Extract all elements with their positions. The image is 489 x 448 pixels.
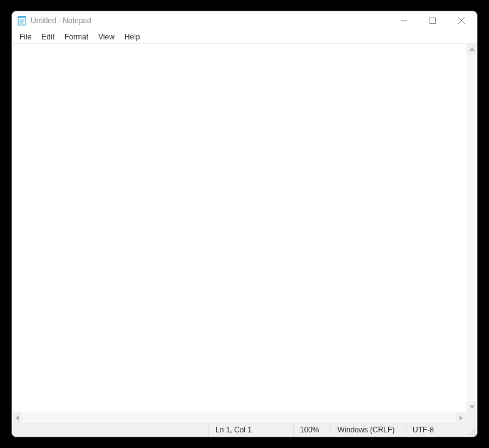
svg-point-4: [21, 17, 22, 18]
svg-point-5: [23, 17, 23, 18]
svg-point-6: [24, 17, 24, 18]
scroll-left-button[interactable]: [12, 412, 23, 423]
vertical-scroll-track[interactable]: [466, 54, 477, 402]
svg-point-18: [474, 434, 475, 435]
arrow-up-icon: [470, 48, 475, 51]
arrow-left-icon: [16, 415, 19, 420]
svg-rect-12: [430, 18, 436, 24]
menu-edit[interactable]: Edit: [36, 31, 59, 43]
resize-grip[interactable]: [466, 423, 477, 437]
menu-help[interactable]: Help: [120, 31, 145, 43]
svg-rect-0: [18, 18, 26, 25]
notepad-window: Untitled - Notepad File Edit Format View…: [11, 11, 478, 437]
scroll-down-button[interactable]: [466, 402, 477, 412]
scroll-up-button[interactable]: [466, 44, 477, 54]
menubar: File Edit Format View Help: [12, 30, 477, 44]
vertical-scrollbar[interactable]: [466, 44, 477, 412]
status-zoom: 100%: [293, 423, 331, 437]
status-encoding: UTF-8: [406, 423, 466, 437]
menu-file[interactable]: File: [14, 31, 36, 43]
menu-format[interactable]: Format: [59, 31, 93, 43]
svg-point-19: [471, 434, 473, 435]
svg-point-3: [20, 17, 21, 18]
notepad-icon: [17, 16, 27, 26]
svg-point-2: [19, 17, 19, 18]
horizontal-scroll-track[interactable]: [23, 412, 456, 423]
arrow-right-icon: [460, 415, 463, 420]
status-spacer: [12, 423, 208, 437]
editor-area: [12, 44, 477, 412]
horizontal-scroll-row: [12, 412, 477, 423]
horizontal-scrollbar[interactable]: [12, 412, 466, 423]
close-button[interactable]: [447, 11, 476, 30]
menu-view[interactable]: View: [93, 31, 120, 43]
text-editor[interactable]: [12, 44, 466, 412]
svg-point-20: [469, 434, 470, 435]
svg-point-15: [474, 429, 475, 430]
minimize-button[interactable]: [389, 11, 418, 30]
scroll-corner: [466, 412, 477, 423]
maximize-button[interactable]: [418, 11, 447, 30]
arrow-down-icon: [470, 405, 475, 409]
status-line-ending: Windows (CRLF): [331, 423, 406, 437]
svg-point-17: [471, 431, 473, 432]
statusbar: Ln 1, Col 1 100% Windows (CRLF) UTF-8: [12, 423, 477, 437]
window-controls: [389, 11, 476, 30]
titlebar[interactable]: Untitled - Notepad: [12, 11, 477, 30]
svg-point-16: [474, 431, 475, 432]
scroll-right-button[interactable]: [456, 412, 466, 423]
status-position: Ln 1, Col 1: [208, 423, 293, 437]
window-title: Untitled - Notepad: [31, 16, 389, 25]
